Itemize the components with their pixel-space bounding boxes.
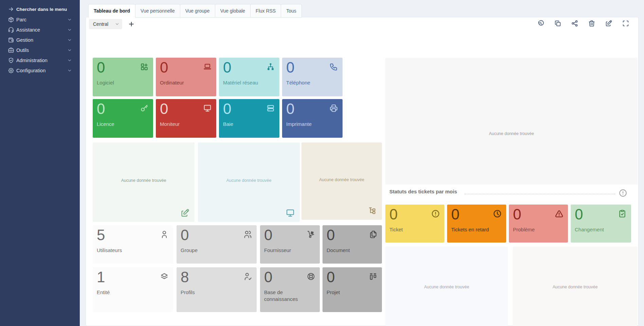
empty-data-text: Aucune donnée trouvée: [385, 131, 638, 136]
empty-data-text: Aucune donnée trouvée: [301, 177, 382, 182]
tile-label: Profils: [181, 289, 253, 296]
tile-label: Ordinateur: [160, 79, 213, 86]
tile-count: 0: [327, 269, 335, 286]
tile-moniteur[interactable]: 0 Moniteur: [156, 99, 216, 138]
package-icon: [8, 17, 14, 23]
tile-document[interactable]: 0 Document: [323, 225, 382, 264]
user-check-icon: [243, 272, 252, 281]
tile-ticket[interactable]: 0 Ticket: [385, 205, 444, 243]
tile-label: Groupe: [181, 247, 253, 254]
widget-empty-panel: Aucune donnée trouvée: [301, 142, 382, 220]
phone-icon: [329, 62, 338, 71]
tile-label: Licence: [97, 121, 150, 128]
chevron-down-icon: [67, 48, 72, 53]
empty-data-text: Aucune donnée trouvée: [385, 285, 508, 289]
tab-bar: Tableau de bord Vue personnelle Vue grou…: [88, 4, 301, 18]
tile-logiciel[interactable]: 0 Logiciel: [93, 58, 153, 96]
sidebar-search[interactable]: Chercher dans le menu: [0, 4, 80, 14]
tile-count: 0: [160, 100, 168, 118]
chevron-down-icon: [67, 38, 72, 42]
tile-label: Problème: [513, 226, 565, 233]
tile-label: Baie: [223, 121, 276, 128]
tile-projet[interactable]: 0 Projet: [323, 267, 382, 312]
tile-entite[interactable]: 1 Entité: [93, 267, 173, 312]
add-dashboard-button[interactable]: [128, 21, 135, 27]
widget-empty-panel: Aucune donnée trouvée: [385, 247, 508, 326]
tile-profils[interactable]: 8 Profils: [177, 267, 257, 312]
stack-icon: [160, 272, 169, 281]
tile-licence[interactable]: 0 Licence: [93, 99, 153, 138]
sidebar-item-outils[interactable]: Outils: [0, 45, 80, 55]
network-icon: [266, 62, 275, 71]
widget-empty-panel-large: Aucune donnée trouvée: [385, 58, 638, 185]
tile-label: Ticket: [389, 226, 441, 233]
tile-count: 0: [181, 227, 189, 244]
tab-flux-rss[interactable]: Flux RSS: [250, 4, 281, 18]
history-button[interactable]: [537, 20, 545, 27]
tile-label: Utilisateurs: [97, 247, 170, 254]
alert-circle-icon: [431, 209, 440, 218]
monitor-icon: [203, 104, 212, 113]
tile-materiel-reseau[interactable]: 0 Matériel réseau: [219, 58, 279, 96]
tile-label: Fournisseur: [264, 247, 316, 254]
section-title-ticket-status: Statuts des tickets par mois: [389, 189, 457, 194]
tile-count: 0: [97, 59, 105, 76]
tab-vue-groupe[interactable]: Vue groupe: [180, 4, 215, 18]
tile-count: 0: [389, 206, 398, 223]
tile-utilisateurs[interactable]: 5 Utilisateurs: [93, 225, 173, 264]
chevron-down-icon: [115, 22, 119, 26]
monitor-icon: [286, 208, 295, 218]
tile-fournisseur[interactable]: 0 Fournisseur: [260, 225, 320, 264]
tile-probleme[interactable]: 0 Problème: [509, 205, 568, 243]
sidebar-item-gestion[interactable]: Gestion: [0, 35, 80, 45]
empty-data-text: Aucune donnée trouvée: [93, 178, 195, 183]
clipboard-check-icon: [618, 209, 627, 218]
tile-label: Changement: [575, 226, 628, 233]
chevron-down-icon: [67, 58, 72, 63]
dashboard-selector[interactable]: Central: [89, 19, 122, 29]
tile-count: 0: [264, 269, 272, 286]
tile-ordinateur[interactable]: 0 Ordinateur: [156, 58, 216, 96]
tile-label: Entité: [97, 289, 170, 296]
widget-empty-panel: Aucune donnée trouvée: [198, 142, 300, 222]
edit-button[interactable]: [605, 20, 612, 27]
headset-icon: [8, 27, 14, 33]
tile-changement[interactable]: 0 Changement: [571, 205, 631, 243]
tile-imprimante[interactable]: 0 Imprimante: [282, 99, 343, 138]
tab-tous[interactable]: Tous: [281, 4, 302, 18]
alert-triangle-icon: [555, 209, 564, 218]
trash-button[interactable]: [588, 20, 595, 27]
gear-icon: [8, 68, 14, 74]
maximize-button[interactable]: [622, 20, 629, 27]
tab-vue-personnelle[interactable]: Vue personnelle: [135, 4, 180, 18]
tile-base-de-connaissances[interactable]: 0 Base de connaissances: [260, 267, 320, 312]
sidebar-item-parc[interactable]: Parc: [0, 15, 80, 25]
share-button[interactable]: [571, 20, 578, 27]
tile-groupe[interactable]: 0 Groupe: [177, 225, 257, 264]
tile-count: 0: [513, 206, 521, 223]
tile-label: Projet: [327, 289, 379, 296]
tile-count: 0: [451, 206, 459, 223]
sidebar-item-assistance[interactable]: Assistance: [0, 25, 80, 35]
chevron-down-icon: [67, 27, 72, 32]
tile-count: 0: [575, 206, 583, 223]
printer-icon: [329, 104, 338, 113]
tab-vue-globale[interactable]: Vue globale: [215, 4, 251, 18]
sidebar-item-administration[interactable]: Administration: [0, 55, 80, 65]
copy-button[interactable]: [554, 20, 562, 27]
sidebar: Chercher dans le menu Parc Assistance Ge…: [0, 0, 80, 326]
chevron-down-icon: [67, 68, 72, 73]
tile-count: 0: [223, 100, 231, 118]
tile-tickets-en-retard[interactable]: 0 Tickets en retard: [447, 205, 506, 243]
sidebar-item-label: Parc: [16, 17, 26, 22]
sidebar-item-label: Configuration: [16, 68, 45, 73]
users-icon: [243, 230, 252, 239]
chevron-down-icon: [67, 17, 72, 22]
sidebar-item-configuration[interactable]: Configuration: [0, 65, 80, 76]
tile-label: Matériel réseau: [223, 79, 276, 86]
briefcase-icon: [8, 47, 14, 54]
tab-tableau-de-bord[interactable]: Tableau de bord: [88, 4, 135, 18]
tile-baie[interactable]: 0 Baie: [219, 99, 279, 138]
alert-circle-icon[interactable]: [619, 189, 627, 197]
tile-telephone[interactable]: 0 Téléphone: [282, 58, 343, 96]
